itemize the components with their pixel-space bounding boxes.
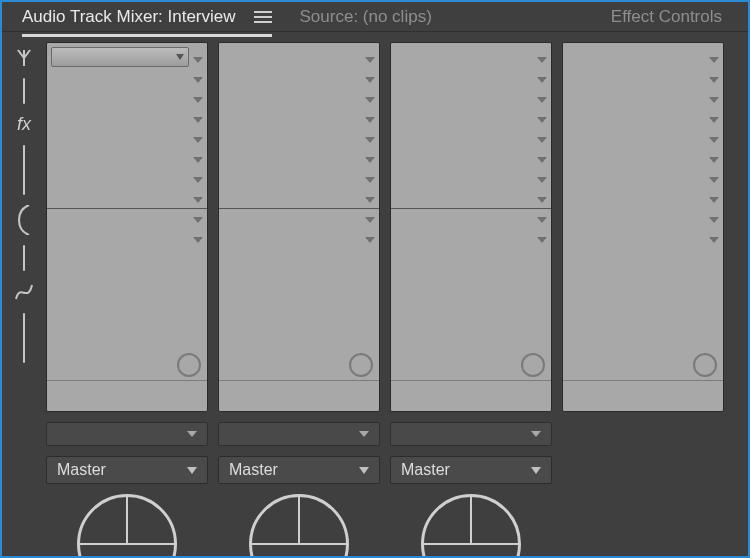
chevron-down-icon[interactable] — [537, 237, 547, 243]
master-strip — [562, 42, 724, 556]
chevron-down-icon[interactable] — [365, 117, 375, 123]
effect-slot-dropdown[interactable] — [51, 47, 189, 67]
rack-divider — [391, 380, 551, 381]
chevron-down-icon[interactable] — [193, 137, 203, 143]
chevron-down-icon[interactable] — [709, 177, 719, 183]
chevron-down-icon — [531, 431, 541, 437]
chevron-down-icon — [176, 54, 184, 60]
sends-toggle-icon[interactable] — [14, 48, 34, 68]
send-knob[interactable] — [693, 353, 717, 377]
chevron-down-icon[interactable] — [365, 177, 375, 183]
output-route-label: Master — [401, 461, 450, 479]
chevron-down-icon[interactable] — [537, 217, 547, 223]
chevron-down-icon[interactable] — [709, 197, 719, 203]
left-icon-rail: fx — [2, 32, 46, 556]
chevron-down-icon[interactable] — [537, 177, 547, 183]
rack-divider — [47, 380, 207, 381]
chevron-down-icon[interactable] — [709, 97, 719, 103]
chevron-down-icon[interactable] — [709, 157, 719, 163]
chevron-down-icon[interactable] — [365, 217, 375, 223]
chevron-down-icon[interactable] — [193, 77, 203, 83]
chevron-down-icon[interactable] — [709, 217, 719, 223]
chevron-down-icon[interactable] — [193, 117, 203, 123]
output-route-label: Master — [229, 461, 278, 479]
track-strip: Master — [218, 42, 380, 556]
panel-menu-icon[interactable] — [254, 11, 272, 23]
rack-divider — [47, 208, 207, 209]
send-assign-dropdown[interactable] — [46, 422, 208, 446]
chevron-down-icon[interactable] — [365, 157, 375, 163]
chevron-down-icon[interactable] — [365, 77, 375, 83]
chevron-down-icon[interactable] — [365, 237, 375, 243]
rail-divider — [23, 245, 25, 271]
effects-rack[interactable] — [390, 42, 552, 412]
chevron-down-icon[interactable] — [709, 237, 719, 243]
chevron-down-icon[interactable] — [537, 117, 547, 123]
send-knob[interactable] — [521, 353, 545, 377]
output-route-dropdown[interactable]: Master — [218, 456, 380, 484]
output-route-label: Master — [57, 461, 106, 479]
pan-dial[interactable] — [249, 494, 349, 556]
chevron-down-icon[interactable] — [537, 197, 547, 203]
chevron-down-icon[interactable] — [365, 97, 375, 103]
send-knob[interactable] — [349, 353, 373, 377]
rail-divider — [23, 313, 25, 363]
chevron-down-icon[interactable] — [709, 77, 719, 83]
chevron-down-icon[interactable] — [193, 157, 203, 163]
chevron-down-icon[interactable] — [193, 197, 203, 203]
output-route-dropdown[interactable]: Master — [390, 456, 552, 484]
track-strip: Master — [46, 42, 208, 556]
fx-icon[interactable]: fx — [17, 114, 31, 135]
chevron-down-icon — [187, 467, 197, 474]
rack-divider — [219, 208, 379, 209]
tab-mixer-group[interactable]: Audio Track Mixer: Interview — [22, 7, 272, 27]
send-assign-dropdown[interactable] — [390, 422, 552, 446]
effects-rack[interactable] — [218, 42, 380, 412]
panel-tabs: Audio Track Mixer: Interview Source: (no… — [2, 2, 748, 32]
effects-rack[interactable] — [46, 42, 208, 412]
track-strip: Master — [390, 42, 552, 556]
track-strip-area: Master — [46, 32, 748, 556]
tab-effect-controls[interactable]: Effect Controls — [611, 7, 722, 27]
tab-source[interactable]: Source: (no clips) — [300, 7, 432, 27]
rack-divider — [219, 380, 379, 381]
rack-divider — [563, 380, 723, 381]
chevron-down-icon[interactable] — [193, 57, 203, 63]
rail-divider — [23, 145, 25, 195]
chevron-down-icon[interactable] — [709, 137, 719, 143]
chevron-down-icon[interactable] — [537, 77, 547, 83]
chevron-down-icon[interactable] — [193, 217, 203, 223]
chevron-down-icon — [531, 467, 541, 474]
send-assign-dropdown[interactable] — [218, 422, 380, 446]
send-knob[interactable] — [177, 353, 201, 377]
chevron-down-icon[interactable] — [365, 57, 375, 63]
chevron-down-icon[interactable] — [193, 97, 203, 103]
tab-mixer[interactable]: Audio Track Mixer: Interview — [22, 7, 236, 27]
pan-dial[interactable] — [77, 494, 177, 556]
chevron-down-icon[interactable] — [537, 97, 547, 103]
effects-rack[interactable] — [562, 42, 724, 412]
chevron-down-icon — [187, 431, 197, 437]
chevron-down-icon[interactable] — [537, 137, 547, 143]
audio-track-mixer-panel: Audio Track Mixer: Interview Source: (no… — [0, 0, 750, 558]
mixer-body: fx — [2, 32, 748, 556]
rack-divider — [391, 208, 551, 209]
output-route-dropdown[interactable]: Master — [46, 456, 208, 484]
chevron-down-icon[interactable] — [709, 117, 719, 123]
rail-divider — [23, 78, 25, 104]
chevron-down-icon[interactable] — [537, 157, 547, 163]
chevron-down-icon[interactable] — [193, 237, 203, 243]
chevron-down-icon[interactable] — [709, 57, 719, 63]
bracket-icon[interactable] — [15, 205, 33, 235]
chevron-down-icon[interactable] — [537, 57, 547, 63]
chevron-down-icon[interactable] — [365, 197, 375, 203]
chevron-down-icon — [359, 467, 369, 474]
chevron-down-icon — [359, 431, 369, 437]
automation-icon[interactable] — [14, 281, 34, 303]
pan-dial[interactable] — [421, 494, 521, 556]
chevron-down-icon[interactable] — [365, 137, 375, 143]
chevron-down-icon[interactable] — [193, 177, 203, 183]
